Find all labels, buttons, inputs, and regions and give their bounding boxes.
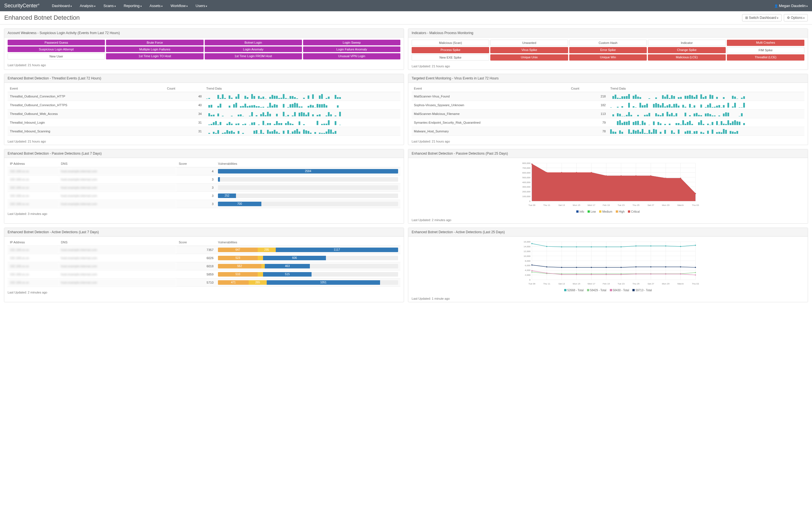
table-row[interactable]: 192.168.xx.xxhost.example.internal.com42…: [8, 167, 400, 175]
options-button[interactable]: ⚙ Options: [784, 14, 808, 21]
svg-point-149: [576, 267, 577, 268]
table-row[interactable]: 192.168.xx.xxhost.example.internal.com73…: [8, 246, 400, 254]
panel-active-25d: Enhanced Botnet Detection - Active Detec…: [408, 228, 808, 302]
sparkline: [610, 129, 802, 134]
nav-item[interactable]: Scans: [100, 4, 120, 8]
matrix-cell[interactable]: Brute Force: [106, 40, 203, 45]
panel-account-weakness: Account Weakness - Suspicious Login Acti…: [4, 29, 404, 70]
matrix-cell[interactable]: 1st Time Login TO Host: [106, 53, 203, 59]
vuln-bar: 700: [218, 202, 398, 206]
brand-logo: SecurityCenter®: [4, 3, 40, 9]
table-row[interactable]: Threatlist_Inbound_Scanning31: [8, 127, 400, 136]
col-header: DNS: [59, 239, 176, 246]
chart-legend: 52668 - Total58429 - Total58430 - Total5…: [412, 288, 804, 293]
panel-header: Enhanced Botnet Detection - Active Detec…: [4, 228, 404, 237]
table-row[interactable]: Malware_Host_Summary78: [412, 127, 804, 136]
matrix-cell[interactable]: Unique Unix: [490, 54, 568, 61]
svg-marker-55: [532, 164, 696, 201]
matrix-cell[interactable]: Malicious (Scan): [412, 40, 489, 46]
page-title: Enhanced Botnet Detection: [4, 14, 80, 21]
panel-footer: Last Updated: 2 minutes ago: [408, 217, 808, 223]
matrix-cell[interactable]: Indicator: [648, 40, 725, 46]
matrix-cell[interactable]: Password Guess: [8, 40, 105, 45]
table-row[interactable]: 192.168.xx.xxhost.example.internal.com3: [8, 175, 400, 184]
matrix-cell[interactable]: Unusual VPN Login: [303, 53, 400, 59]
matrix-cell[interactable]: 1st Time Login FROM Host: [205, 53, 302, 59]
svg-text:800,000: 800,000: [522, 162, 530, 165]
matrix-cell[interactable]: Suspicious Login Attempt: [8, 47, 105, 52]
svg-point-63: [636, 175, 637, 177]
vuln-bar: 562463: [218, 264, 398, 269]
svg-text:Wed 17: Wed 17: [588, 204, 596, 207]
svg-point-115: [606, 246, 607, 247]
table-row[interactable]: MailScanner-Malicious_Filename113: [412, 110, 804, 118]
nav-item[interactable]: Users: [192, 4, 211, 8]
table-row[interactable]: Threatlist_Outbound_Connection_HTTP48: [8, 92, 400, 101]
switch-dashboard-button[interactable]: ⊞ Switch Dashboard: [742, 14, 781, 21]
matrix-cell[interactable]: Change Spike: [648, 47, 725, 53]
svg-point-133: [695, 272, 696, 273]
matrix-cell[interactable]: New EXE Spike: [412, 54, 489, 61]
table-row[interactable]: Symantec-Endpoint_Security_Risk_Quaranti…: [412, 118, 804, 127]
legend-item: High: [616, 210, 625, 213]
legend-item: 52668 - Total: [564, 289, 583, 292]
event-table: EventCountTrend DataThreatlist_Outbound_…: [8, 85, 400, 136]
svg-point-118: [650, 245, 651, 246]
matrix-cell[interactable]: Login Failure Anomaly: [303, 47, 400, 52]
nav-item[interactable]: Assets: [146, 4, 167, 8]
table-row[interactable]: 192.168.xx.xxhost.example.internal.com37…: [8, 200, 400, 208]
table-row[interactable]: 192.168.xx.xxhost.example.internal.com60…: [8, 262, 400, 270]
panel-header: Targeted Event Monitoring - Virus Events…: [408, 74, 808, 83]
table-row[interactable]: 192.168.xx.xxhost.example.internal.com32…: [8, 192, 400, 200]
matrix-cell[interactable]: Multiple Login Failures: [106, 47, 203, 52]
svg-point-155: [665, 266, 666, 267]
nav-item[interactable]: Reporting: [120, 4, 146, 8]
svg-point-65: [665, 178, 666, 179]
matrix-cell[interactable]: Login Sweep: [303, 40, 400, 45]
panel-footer: Last Updated: 2 minutes ago: [4, 289, 404, 296]
nav-item[interactable]: Dashboard: [48, 4, 76, 8]
matrix-cell[interactable]: Threatlist (LCE): [727, 54, 804, 61]
col-header: Event: [8, 85, 165, 92]
nav-item[interactable]: Analysis: [76, 4, 100, 8]
matrix-cell[interactable]: New User: [8, 53, 105, 59]
svg-point-154: [650, 266, 651, 267]
table-row[interactable]: MailScanner-Virus_Found218: [412, 92, 804, 101]
svg-point-67: [695, 193, 696, 194]
svg-point-114: [591, 246, 592, 247]
table-row[interactable]: Sophos-Viruses_Spyware_Unknown182: [412, 101, 804, 110]
matrix-cell[interactable]: Virus Spike: [490, 47, 568, 53]
table-row[interactable]: Threatlist_Outbound_Web_Access34: [8, 110, 400, 118]
svg-point-140: [620, 274, 622, 275]
svg-point-148: [561, 267, 562, 268]
matrix-cell[interactable]: Login Anomaly: [205, 47, 302, 52]
matrix-cell[interactable]: FIM Spike: [727, 47, 804, 53]
svg-point-143: [665, 274, 666, 275]
matrix-cell[interactable]: Botnet Login: [205, 40, 302, 45]
svg-point-62: [620, 175, 622, 177]
matrix-cell[interactable]: Unwanted: [490, 40, 568, 46]
matrix-cell[interactable]: Unique Win: [569, 54, 647, 61]
svg-point-116: [620, 246, 622, 247]
table-row[interactable]: Threatlist_Outbound_Connection_HTTPS40: [8, 101, 400, 110]
legend-item: Low: [588, 210, 596, 213]
panel-header: Account Weakness - Suspicious Login Acti…: [4, 29, 404, 38]
table-row[interactable]: 192.168.xx.xxhost.example.internal.com60…: [8, 254, 400, 262]
nav-item[interactable]: Workflow: [167, 4, 192, 8]
svg-text:Thu 25: Thu 25: [632, 283, 640, 285]
svg-text:100,000: 100,000: [522, 195, 530, 198]
svg-point-113: [576, 246, 577, 247]
svg-text:200,000: 200,000: [522, 190, 530, 193]
table-row[interactable]: 192.168.xx.xxhost.example.internal.com3: [8, 184, 400, 192]
table-row[interactable]: 192.168.xx.xxhost.example.internal.com58…: [8, 270, 400, 279]
table-row[interactable]: 192.168.xx.xxhost.example.internal.com57…: [8, 279, 400, 287]
matrix-cell[interactable]: Malicious (LCE): [648, 54, 725, 61]
matrix-cell[interactable]: Multi Crashes: [727, 40, 804, 46]
svg-text:Mon 15: Mon 15: [573, 204, 580, 207]
matrix-cell[interactable]: Process Spike: [412, 47, 489, 53]
user-menu[interactable]: Megan Daudelin: [774, 4, 808, 8]
panel-footer: Last Updated: 3 minutes ago: [4, 210, 404, 217]
table-row[interactable]: Threatlist_Inbound_Login31: [8, 118, 400, 127]
matrix-cell[interactable]: Custom Hash: [569, 40, 647, 46]
matrix-cell[interactable]: Error Spike: [569, 47, 647, 53]
